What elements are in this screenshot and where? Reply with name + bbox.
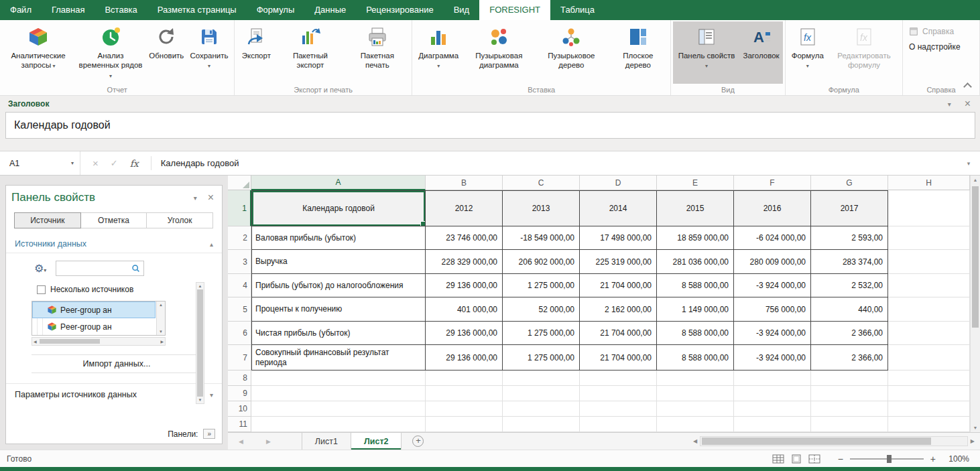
properties-panel-menu-icon[interactable]: ▾ (194, 194, 197, 202)
cell-H10[interactable] (888, 401, 970, 417)
ribbon-button-аналитические-запросы[interactable]: Аналитические запросы ▾ (2, 21, 74, 84)
cell-A4[interactable]: Прибыль (убыток) до налогообложения (251, 274, 426, 297)
zoom-slider-thumb[interactable] (887, 455, 892, 463)
row-header-4[interactable]: 4 (228, 274, 251, 297)
ribbon-tab-файл[interactable]: Файл (0, 0, 42, 20)
normal-view-icon[interactable] (772, 454, 784, 464)
cell-F7[interactable]: -3 924 000,00 (734, 345, 811, 371)
sheet-tab-лист2[interactable]: Лист2 (351, 433, 402, 450)
tree-item[interactable]: Peer-group ан (32, 318, 156, 335)
search-icon[interactable] (131, 264, 140, 273)
scroll-up-icon[interactable]: ▲ (973, 178, 978, 182)
cell-B3[interactable]: 228 329 000,00 (426, 250, 503, 274)
search-input[interactable] (60, 264, 131, 273)
cell-C3[interactable]: 206 902 000,00 (503, 250, 580, 274)
cell-A8[interactable] (251, 371, 426, 386)
column-header-H[interactable]: H (888, 176, 970, 190)
cell-H8[interactable] (888, 371, 970, 386)
cell-G11[interactable] (811, 417, 888, 432)
ribbon-button-пузырьковая-диаграмма[interactable]: Пузырьковая диаграмма (463, 21, 535, 84)
insert-function-icon[interactable]: fx (130, 158, 139, 169)
enter-icon[interactable]: ✓ (111, 158, 118, 168)
ribbon-button-о-надстройке[interactable]: О надстройке (909, 42, 961, 52)
cell-F11[interactable] (734, 417, 811, 432)
scroll-right-icon[interactable]: ▶ (971, 438, 975, 444)
gear-icon[interactable]: ⚙▾ (34, 262, 46, 275)
row-header-10[interactable]: 10 (228, 401, 251, 417)
cell-B8[interactable] (426, 371, 503, 386)
cell-E4[interactable]: 8 588 000,00 (657, 274, 734, 297)
ribbon-tab-вставка[interactable]: Вставка (95, 0, 147, 20)
page-break-view-icon[interactable] (808, 454, 820, 464)
scroll-up-icon[interactable]: ▲ (198, 284, 202, 288)
cell-H9[interactable] (888, 386, 970, 401)
cell-C8[interactable] (503, 371, 580, 386)
ribbon-button-панель-свойств[interactable]: Панель свойств ▾ (673, 21, 739, 84)
cell-H2[interactable] (888, 226, 970, 250)
cell-A11[interactable] (251, 417, 426, 432)
cell-F4[interactable]: -3 924 000,00 (734, 274, 811, 297)
name-box-caret-icon[interactable]: ▾ (71, 160, 74, 166)
cell-A5[interactable]: Проценты к получению (251, 297, 426, 322)
cell-H5[interactable] (888, 297, 970, 322)
cell-B4[interactable]: 29 136 000,00 (426, 274, 503, 297)
ribbon-button-плоское-дерево[interactable]: Плоское дерево (607, 21, 668, 84)
ribbon-button-обновить[interactable]: Обновить (147, 21, 186, 84)
sheet-nav-left-icon[interactable]: ◀ (239, 438, 243, 445)
cell-C5[interactable]: 52 000,00 (503, 297, 580, 322)
ribbon-button-диаграмма[interactable]: Диаграмма ▾ (414, 21, 463, 84)
cell-A2[interactable]: Валовая прибыль (убыток) (251, 226, 426, 250)
collapse-sources-icon[interactable]: ▴ (210, 241, 213, 248)
column-header-A[interactable]: A (251, 176, 426, 190)
cell-D2[interactable]: 17 498 000,00 (580, 226, 657, 250)
column-header-E[interactable]: E (657, 176, 734, 190)
cell-E7[interactable]: 8 588 000,00 (657, 345, 734, 371)
cell-G4[interactable]: 2 532,00 (811, 274, 888, 297)
cell-E8[interactable] (657, 371, 734, 386)
sheet-tab-лист1[interactable]: Лист1 (302, 433, 351, 450)
cell-A1[interactable]: Календарь годовой (251, 190, 426, 226)
cell-F1[interactable]: 2016 (734, 190, 811, 226)
cell-E2[interactable]: 18 859 000,00 (657, 226, 734, 250)
ribbon-button-пакетная-печать[interactable]: Пакетная печать (345, 21, 410, 84)
cell-E5[interactable]: 1 149 000,00 (657, 297, 734, 322)
row-header-1[interactable]: 1 (228, 190, 251, 226)
tab-source[interactable]: Источник (14, 212, 81, 228)
cell-E1[interactable]: 2015 (657, 190, 734, 226)
row-header-6[interactable]: 6 (228, 322, 251, 345)
cell-D5[interactable]: 2 162 000,00 (580, 297, 657, 322)
cell-G3[interactable]: 283 374,00 (811, 250, 888, 274)
cell-F3[interactable]: 280 009 000,00 (734, 250, 811, 274)
scroll-down-icon[interactable]: ▼ (159, 330, 163, 334)
ribbon-tab-главная[interactable]: Главная (42, 0, 95, 20)
cancel-icon[interactable]: × (93, 157, 99, 169)
tree-item[interactable]: Peer-group ан (32, 301, 156, 318)
row-header-9[interactable]: 9 (228, 386, 251, 401)
row-header-11[interactable]: 11 (228, 417, 251, 432)
cell-B10[interactable] (426, 401, 503, 417)
cell-G2[interactable]: 2 593,00 (811, 226, 888, 250)
vertical-scrollbar[interactable]: ▲ ▼ (970, 176, 980, 432)
tree-horizontal-scrollbar[interactable]: ◀ ▶ (32, 337, 166, 346)
cell-C1[interactable]: 2013 (503, 190, 580, 226)
cell-F6[interactable]: -3 924 000,00 (734, 322, 811, 345)
cell-H3[interactable] (888, 250, 970, 274)
cell-H4[interactable] (888, 274, 970, 297)
cell-E10[interactable] (657, 401, 734, 417)
ribbon-tab-рецензирование[interactable]: Рецензирование (356, 0, 443, 20)
title-panel-menu-icon[interactable]: ▾ (948, 100, 951, 108)
cell-F5[interactable]: 756 000,00 (734, 297, 811, 322)
cell-H1[interactable] (888, 190, 970, 226)
multiple-sources-checkbox[interactable] (37, 285, 46, 294)
tree-vertical-scrollbar[interactable]: ▲ ▼ (156, 301, 165, 335)
cell-E6[interactable]: 8 588 000,00 (657, 322, 734, 345)
cell-C2[interactable]: -18 549 000,00 (503, 226, 580, 250)
scroll-left-icon[interactable]: ◀ (693, 438, 697, 444)
scroll-thumb[interactable] (197, 289, 203, 397)
scroll-right-icon[interactable]: ▶ (160, 339, 164, 344)
scroll-down-icon[interactable]: ▼ (198, 398, 202, 402)
zoom-in-button[interactable]: + (930, 454, 936, 464)
ribbon-button-редактировать-формулу[interactable]: fxРедактировать формулу (828, 21, 900, 84)
title-input[interactable]: Календарь годовой (5, 112, 975, 139)
ribbon-button-анализ-временных-рядов[interactable]: Анализ временных рядов ▾ (74, 21, 147, 84)
